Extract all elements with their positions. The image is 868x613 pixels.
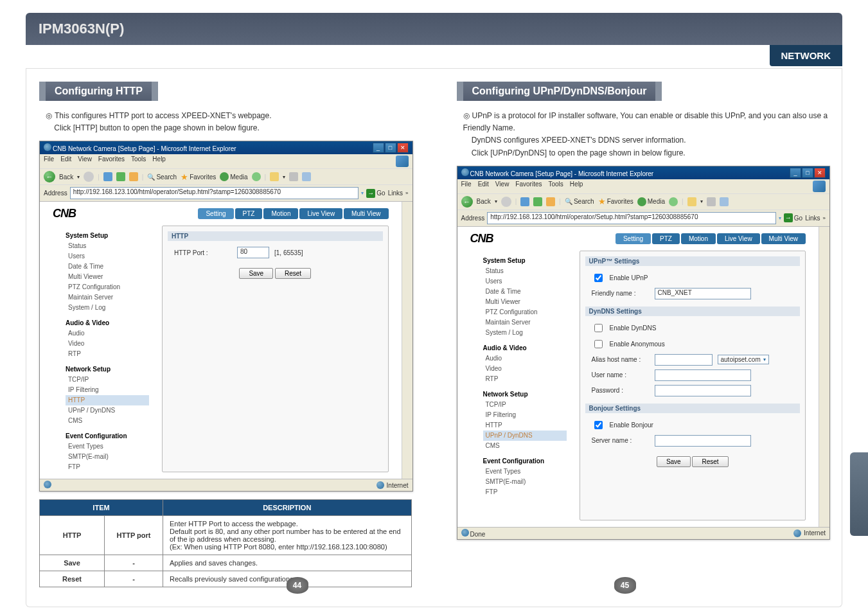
reset-button[interactable]: Reset xyxy=(692,456,728,467)
scrollbar[interactable] xyxy=(819,227,829,527)
reset-button[interactable]: Reset xyxy=(275,268,311,279)
search-button[interactable]: 🔍Search xyxy=(565,198,594,205)
back-button[interactable]: Back xyxy=(477,198,491,205)
sidebar-item-upnp[interactable]: UPnP / DynDNS xyxy=(483,431,567,441)
print-icon[interactable] xyxy=(707,197,716,206)
mail-icon[interactable] xyxy=(687,197,696,206)
sidebar-item-status[interactable]: Status xyxy=(66,241,149,251)
menu-help[interactable]: Help xyxy=(570,181,583,192)
history-icon[interactable] xyxy=(252,172,261,181)
go-button[interactable]: →Go xyxy=(784,213,802,222)
menu-tools[interactable]: Tools xyxy=(548,181,563,192)
home-icon[interactable] xyxy=(546,197,555,206)
menu-tools[interactable]: Tools xyxy=(131,155,146,167)
search-button[interactable]: 🔍Search xyxy=(147,173,177,181)
sidebar-item-maintain[interactable]: Maintain Server xyxy=(66,292,149,303)
tab-ptz[interactable]: PTZ xyxy=(235,208,263,219)
sidebar-item-upnp[interactable]: UPnP / DynDNS xyxy=(66,405,149,416)
back-button[interactable]: Back xyxy=(59,173,73,181)
sidebar-item-status[interactable]: Status xyxy=(483,266,567,276)
tab-live-view[interactable]: Live View xyxy=(299,208,342,219)
tab-live-view[interactable]: Live View xyxy=(717,233,760,244)
menu-help[interactable]: Help xyxy=(152,155,166,167)
sidebar-item-rtp[interactable]: RTP xyxy=(66,349,149,359)
links-label[interactable]: Links xyxy=(388,190,403,197)
sidebar-item-multiviewer[interactable]: Multi Viewer xyxy=(66,272,149,282)
stop-icon[interactable] xyxy=(103,172,112,181)
sidebar-item-smtp[interactable]: SMTP(E-mail) xyxy=(483,477,567,487)
sidebar-item-event-types[interactable]: Event Types xyxy=(66,441,149,452)
refresh-icon[interactable] xyxy=(116,172,125,181)
sidebar-item-tcpip[interactable]: TCP/IP xyxy=(483,400,567,410)
tab-motion[interactable]: Motion xyxy=(263,208,298,219)
stop-icon[interactable] xyxy=(520,197,529,206)
menu-file[interactable]: File xyxy=(44,155,54,167)
sidebar-item-multiviewer[interactable]: Multi Viewer xyxy=(483,297,567,307)
address-input[interactable]: http://192.168.123.100/html/operator/Set… xyxy=(487,212,776,224)
sidebar-item-datetime[interactable]: Date & Time xyxy=(66,262,149,272)
minimize-button[interactable]: _ xyxy=(373,143,384,153)
go-button[interactable]: →Go xyxy=(366,189,385,198)
menu-file[interactable]: File xyxy=(461,181,472,192)
scrollbar[interactable] xyxy=(402,202,412,479)
media-button[interactable]: Media xyxy=(637,197,665,206)
close-button[interactable]: ✕ xyxy=(814,168,826,178)
media-button[interactable]: Media xyxy=(220,172,247,181)
save-button[interactable]: Save xyxy=(239,268,273,279)
history-icon[interactable] xyxy=(669,197,678,206)
alias-domain-select[interactable]: autoipset.com ▾ xyxy=(718,355,769,364)
tab-multi-view[interactable]: Multi View xyxy=(344,208,388,219)
address-input[interactable]: http://192.168.123.100/html/operator/Set… xyxy=(70,187,359,199)
sidebar-item-syslog[interactable]: System / Log xyxy=(483,328,567,338)
sidebar-item-audio[interactable]: Audio xyxy=(483,353,567,364)
sidebar-item-cms[interactable]: CMS xyxy=(66,416,149,426)
sidebar-item-http[interactable]: HTTP xyxy=(66,395,149,405)
minimize-button[interactable]: _ xyxy=(790,168,801,178)
refresh-icon[interactable] xyxy=(533,197,542,206)
back-icon[interactable]: ← xyxy=(44,171,55,182)
links-label[interactable]: Links xyxy=(805,215,820,222)
sidebar-item-users[interactable]: Users xyxy=(66,251,149,262)
favorites-button[interactable]: ★Favorites xyxy=(181,172,216,182)
menu-favorites[interactable]: Favorites xyxy=(98,155,125,167)
maximize-button[interactable]: □ xyxy=(385,143,396,153)
sidebar-item-ipfilter[interactable]: IP Filtering xyxy=(483,410,567,420)
sidebar-item-maintain[interactable]: Maintain Server xyxy=(483,317,567,328)
sidebar-item-ptz-config[interactable]: PTZ Configuration xyxy=(66,282,149,292)
sidebar-item-video[interactable]: Video xyxy=(483,364,567,374)
sidebar-item-syslog[interactable]: System / Log xyxy=(66,303,149,313)
friendly-name-input[interactable]: CNB_XNET xyxy=(655,288,751,299)
sidebar-item-audio[interactable]: Audio xyxy=(66,328,149,339)
menu-view[interactable]: View xyxy=(495,181,509,192)
print-icon[interactable] xyxy=(289,172,298,181)
sidebar-item-video[interactable]: Video xyxy=(66,339,149,349)
home-icon[interactable] xyxy=(129,172,138,181)
favorites-button[interactable]: ★Favorites xyxy=(598,197,633,206)
server-name-input[interactable] xyxy=(655,435,751,447)
sidebar-item-ptz-config[interactable]: PTZ Configuration xyxy=(483,307,567,317)
username-input[interactable] xyxy=(655,369,751,381)
sidebar-item-event-types[interactable]: Event Types xyxy=(483,466,567,477)
sidebar-item-smtp[interactable]: SMTP(E-mail) xyxy=(66,452,149,462)
alias-input[interactable] xyxy=(655,354,713,366)
menu-edit[interactable]: Edit xyxy=(478,181,489,192)
close-button[interactable]: ✕ xyxy=(397,143,409,153)
tab-motion[interactable]: Motion xyxy=(681,233,716,244)
http-port-input[interactable]: 80 xyxy=(237,247,269,258)
sidebar-item-cms[interactable]: CMS xyxy=(483,441,567,451)
edit-icon[interactable] xyxy=(302,172,311,181)
sidebar-item-http[interactable]: HTTP xyxy=(483,420,567,431)
forward-icon[interactable] xyxy=(501,197,511,207)
mail-icon[interactable] xyxy=(270,172,279,181)
sidebar-item-users[interactable]: Users xyxy=(483,276,567,287)
tab-setting[interactable]: Setting xyxy=(198,208,233,219)
maximize-button[interactable]: □ xyxy=(802,168,813,178)
forward-icon[interactable] xyxy=(84,172,94,182)
menu-edit[interactable]: Edit xyxy=(60,155,71,167)
sidebar-item-datetime[interactable]: Date & Time xyxy=(483,287,567,297)
tab-multi-view[interactable]: Multi View xyxy=(761,233,806,244)
password-input[interactable] xyxy=(655,385,751,396)
sidebar-item-ipfilter[interactable]: IP Filtering xyxy=(66,385,149,395)
edit-icon[interactable] xyxy=(720,197,729,206)
tab-setting[interactable]: Setting xyxy=(616,233,651,244)
